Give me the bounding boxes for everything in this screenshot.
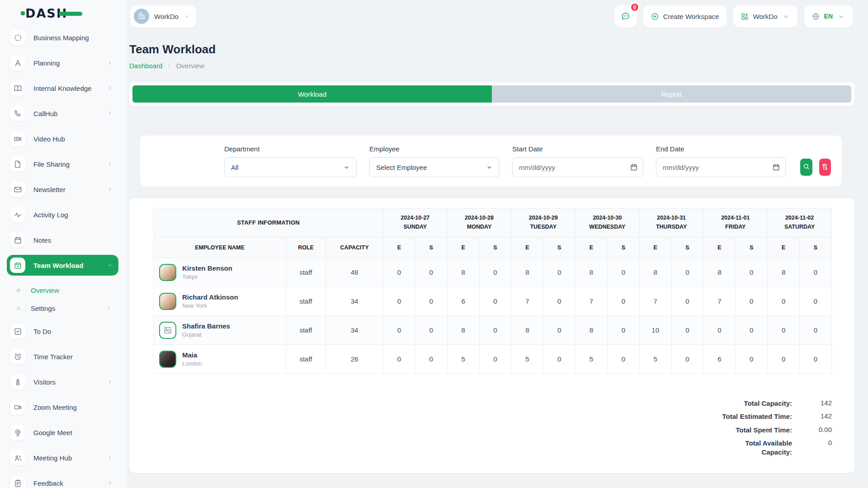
messages-button[interactable]: 0: [615, 5, 637, 27]
spent-header: S: [671, 237, 703, 258]
day-label: SATURDAY: [768, 223, 831, 231]
create-workspace-button[interactable]: Create Workspace: [643, 5, 726, 27]
chevron-right-icon: [107, 379, 113, 385]
spent-cell: 0: [799, 316, 831, 345]
sidebar-item-newsletter[interactable]: Newsletter: [7, 179, 118, 200]
avatar: [159, 351, 176, 368]
chevron-down-icon: [184, 13, 190, 19]
employee-select[interactable]: Select Employee: [369, 157, 500, 177]
tab-report[interactable]: Report: [492, 85, 851, 103]
date-column-header: 2024-10-29TUESDAY: [511, 208, 576, 237]
sidebar-item-time-tracker[interactable]: Time Tracker: [7, 346, 118, 367]
estimated-cell: 8: [447, 316, 479, 345]
sidebar-item-business-mapping[interactable]: Business Mapping: [7, 27, 118, 48]
language-label: EN: [824, 13, 833, 20]
spent-header: S: [415, 237, 447, 258]
calendar-check-icon: [10, 258, 25, 273]
employee-cell: Shafira Barnes Gujarat: [154, 316, 286, 345]
spent-cell: 0: [671, 316, 703, 345]
reset-button[interactable]: [819, 159, 831, 176]
spent-header: S: [799, 237, 831, 258]
spent-header: S: [736, 237, 768, 258]
date-label: 2024-11-02: [768, 214, 831, 222]
breadcrumb-dashboard-link[interactable]: Dashboard: [129, 62, 162, 70]
sidebar-item-internal-knowledge[interactable]: Internal Knowledge: [7, 78, 118, 99]
workspace-switcher-button[interactable]: WorkDo: [733, 5, 797, 27]
estimated-cell: 7: [511, 287, 543, 316]
total-row-total-available-capacity: Total Available Capacity:0: [716, 439, 832, 457]
column-header-capacity: CAPACITY: [326, 237, 383, 258]
employee-location: New York: [182, 302, 238, 309]
search-button[interactable]: [800, 159, 812, 176]
sidebar-item-label: To Do: [33, 328, 51, 335]
sidebar-item-planning[interactable]: Planning: [7, 52, 118, 73]
column-header-employee-name: EMPLOYEE NAME: [154, 237, 286, 258]
estimated-cell: 0: [383, 316, 415, 345]
estimated-cell: 7: [639, 287, 671, 316]
capacity-cell: 34: [326, 287, 383, 316]
date-column-header: 2024-10-27SUNDAY: [383, 208, 448, 237]
sidebar-subitem-overview[interactable]: Overview: [12, 281, 118, 299]
person-icon: [10, 374, 25, 389]
total-row-total-estimated-time: Total Estimated Time:142: [716, 412, 832, 421]
table-row: Maia London staff2600505050506000: [154, 345, 832, 374]
sidebar-item-notes[interactable]: Notes: [7, 230, 118, 250]
sidebar-item-meeting-hub[interactable]: Meeting Hub: [7, 447, 118, 468]
sidebar-item-label: Activity Log: [33, 211, 68, 219]
sidebar-subitem-settings[interactable]: Settings: [12, 299, 118, 317]
date-column-header: 2024-10-28MONDAY: [447, 208, 511, 237]
building-icon: [134, 9, 149, 24]
workspace-chip[interactable]: WorkDo: [130, 5, 196, 27]
sidebar-item-label: Planning: [33, 59, 60, 67]
spent-header: S: [543, 237, 576, 258]
sidebar-item-zoom-meeting[interactable]: Zoom Meeting: [7, 397, 118, 418]
logo-dot: [21, 11, 25, 15]
total-value: 0: [792, 439, 832, 457]
employee-value: Select Employee: [376, 164, 427, 171]
tab-workload[interactable]: Workload: [132, 85, 492, 103]
envelope-icon: [10, 182, 25, 197]
check-square-icon: [10, 324, 25, 339]
end-date-input[interactable]: [656, 157, 786, 177]
estimated-cell: 0: [768, 345, 800, 374]
sidebar-item-file-sharing[interactable]: File Sharing: [7, 154, 118, 174]
date-label: 2024-10-31: [640, 214, 703, 222]
day-label: WEDNESDAY: [576, 223, 639, 231]
start-date-input[interactable]: [512, 157, 643, 177]
chevron-down-icon: [343, 164, 350, 171]
avatar: [159, 264, 176, 281]
estimated-cell: 8: [447, 258, 479, 287]
spent-cell: 0: [415, 345, 447, 374]
topbar-actions: 0 Create Workspace WorkDo EN: [615, 5, 853, 27]
sidebar-item-activity-log[interactable]: Activity Log: [7, 204, 118, 225]
spent-cell: 0: [415, 258, 447, 287]
sidebar-item-label: Newsletter: [33, 186, 66, 193]
chevron-right-icon: [107, 110, 113, 117]
video-camera-icon: [10, 399, 25, 415]
language-button[interactable]: EN: [804, 5, 853, 27]
sidebar-subitem-label: Settings: [31, 305, 55, 312]
sidebar-item-callhub[interactable]: CallHub: [7, 103, 118, 124]
sidebar-item-google-meet[interactable]: Google Meet: [7, 422, 118, 443]
employee-location: Tokyo: [182, 273, 232, 280]
sidebar-item-video-hub[interactable]: Video Hub: [7, 128, 118, 149]
role-cell: staff: [286, 287, 326, 316]
file-icon: [10, 156, 25, 172]
spent-cell: 0: [479, 316, 511, 345]
department-select[interactable]: All: [224, 157, 357, 177]
total-label: Total Estimated Time:: [716, 412, 792, 421]
sidebar-item-team-workload[interactable]: Team Workload: [7, 255, 118, 276]
estimated-cell: 8: [511, 316, 543, 345]
estimated-cell: 7: [576, 287, 608, 316]
pulse-icon: [10, 207, 25, 222]
estimated-cell: 0: [703, 316, 736, 345]
employee-location: London: [182, 360, 202, 367]
sidebar-item-to-do[interactable]: To Do: [7, 321, 118, 342]
employee-label: Employee: [369, 145, 500, 153]
estimated-cell: 5: [511, 345, 543, 374]
sidebar-item-visitors[interactable]: Visitors: [7, 371, 118, 392]
estimated-cell: 8: [511, 258, 543, 287]
spent-cell: 0: [607, 258, 639, 287]
sidebar-item-label: Video Hub: [33, 135, 65, 143]
sidebar-item-feedback[interactable]: Feedback: [7, 473, 118, 488]
